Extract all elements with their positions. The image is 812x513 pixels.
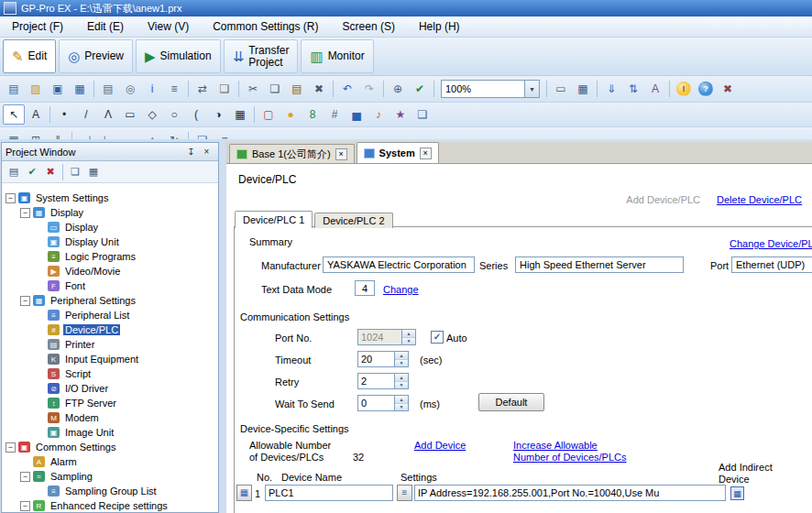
tree-item-logic-programs[interactable]: ≡Logic Programs (2, 249, 218, 264)
tree-item-display[interactable]: ▭Display (2, 220, 218, 235)
transfer-compare-icon[interactable]: ⇅ (622, 79, 644, 99)
collapse-toggle-icon[interactable]: − (20, 208, 30, 218)
device-settings-button[interactable]: ≡ (397, 485, 412, 501)
polyline-tool-icon[interactable]: Λ (97, 104, 119, 125)
circle-tool-icon[interactable]: ○ (163, 104, 185, 125)
save-project-icon[interactable]: ▣ (47, 79, 69, 99)
tab-device-plc-2[interactable]: Device/PLC 2 (314, 213, 392, 228)
new-screen-icon[interactable]: ▤ (3, 79, 25, 99)
retry-field[interactable] (358, 374, 394, 388)
graph-part-icon[interactable]: ▅ (346, 104, 368, 125)
panel-splitter[interactable] (219, 142, 226, 513)
wait-to-send-spinner[interactable]: ▲▼ (394, 396, 408, 410)
document-tab-base-1[interactable]: Base 1(公司简介)× (229, 144, 355, 163)
change-device-plc-link[interactable]: Change Device/PLC (730, 238, 812, 249)
tree-item-peripheral-settings[interactable]: −▦Peripheral Settings (2, 293, 218, 308)
screen-jump-icon[interactable]: ▤ (5, 164, 23, 180)
collapse-toggle-icon[interactable]: − (20, 296, 30, 306)
delete-item-icon[interactable]: ✖ (41, 164, 60, 180)
increase-allowable-link-1[interactable]: Increase Allowable (513, 440, 598, 451)
print-icon[interactable]: ▤ (97, 79, 119, 99)
retry-input[interactable]: ▲▼ (357, 373, 409, 389)
package-icon[interactable]: ❏ (214, 79, 236, 99)
alarm-part-icon[interactable]: ♪ (368, 104, 390, 125)
menu-help[interactable]: Help (H) (407, 17, 472, 36)
spin-down-icon[interactable]: ▼ (395, 360, 408, 367)
grid-icon[interactable]: ▦ (572, 79, 594, 99)
preview-button[interactable]: ◎Preview (59, 39, 133, 73)
add-device-link[interactable]: Add Device (414, 440, 466, 451)
dot-tool-icon[interactable]: • (53, 104, 75, 125)
pie-tool-icon[interactable]: ◑ (207, 104, 229, 125)
duplicate-icon[interactable]: ⊕ (387, 79, 409, 99)
tree-item-alarm[interactable]: AAlarm (2, 454, 218, 469)
tree-item-sampling-group-list[interactable]: ≡Sampling Group List (2, 484, 218, 498)
tree-item-sampling[interactable]: −≈Sampling (2, 469, 218, 484)
spin-down-icon[interactable]: ▼ (395, 404, 408, 411)
wait-to-send-input[interactable]: ▲▼ (357, 395, 409, 411)
document-tab-system[interactable]: System× (357, 142, 439, 163)
save-all-icon[interactable]: ▦ (69, 79, 91, 99)
device-settings-input[interactable] (414, 485, 726, 501)
close-screen-icon[interactable]: ✖ (717, 79, 739, 99)
project-information-icon[interactable]: i (141, 79, 163, 99)
close-tab-icon[interactable]: × (420, 147, 432, 159)
cross-reference-icon[interactable]: ⇄ (192, 79, 214, 99)
package-view-icon[interactable]: ❏ (66, 164, 84, 180)
close-tab-icon[interactable]: × (335, 148, 347, 160)
transfer-send-icon[interactable]: ⇓ (600, 79, 622, 99)
tree-item-ftp-server[interactable]: ↕FTP Server (2, 396, 218, 410)
auto-checkbox[interactable]: ✓ (431, 331, 444, 344)
tree-item-printer[interactable]: ▤Printer (2, 337, 218, 352)
transfer-project-button[interactable]: ⇊Transfer Project (224, 39, 299, 73)
menu-edit[interactable]: Edit (E) (75, 17, 136, 36)
arc-tool-icon[interactable]: ( (185, 104, 207, 125)
tree-item-font[interactable]: FFont (2, 278, 218, 293)
add-indirect-device-button[interactable]: ▦ (730, 486, 744, 500)
polygon-tool-icon[interactable]: ◇ (141, 104, 163, 125)
spin-up-icon[interactable]: ▲ (395, 374, 408, 382)
edit-button[interactable]: ✎Edit (3, 39, 56, 73)
undo-icon[interactable]: ↶ (336, 79, 358, 99)
delete-device-plc-link[interactable]: Delete Device/PLC (717, 194, 802, 205)
screen-view-icon[interactable]: ▦ (84, 164, 103, 180)
error-check-icon[interactable]: ✔ (409, 79, 431, 99)
device-row-button[interactable]: ▦ (236, 485, 252, 501)
keypad-part-icon[interactable]: # (324, 104, 346, 125)
line-tool-icon[interactable]: / (75, 104, 97, 125)
tree-item-system-settings[interactable]: −▣System Settings (2, 191, 218, 205)
simulation-button[interactable]: ▶Simulation (136, 39, 221, 73)
select-tool-icon[interactable]: ↖ (3, 104, 25, 125)
menu-project[interactable]: Project (F) (0, 17, 75, 36)
data-display-part-icon[interactable]: 8 (302, 104, 324, 125)
tree-item-peripheral-list[interactable]: ≡Peripheral List (2, 308, 218, 322)
delete-icon[interactable]: ✖ (308, 79, 330, 99)
change-text-data-mode-link[interactable]: Change (383, 284, 419, 295)
tree-item-video-movie[interactable]: ▶Video/Movie (2, 264, 218, 278)
timeout-field[interactable] (358, 352, 394, 366)
tree-item-modem[interactable]: MModem (2, 410, 218, 425)
fit-screen-icon[interactable]: ▭ (550, 79, 572, 99)
wait-to-send-field[interactable] (358, 396, 394, 410)
increase-allowable-link-2[interactable]: Number of Devices/PLCs (513, 452, 627, 463)
tree-item-device-plc[interactable]: #Device/PLC (2, 322, 218, 337)
monitor-button[interactable]: ▥Monitor (301, 39, 373, 73)
close-panel-icon[interactable]: × (199, 145, 214, 159)
apply-icon[interactable]: ✔ (23, 164, 41, 180)
tree-item-input-equipment[interactable]: KInput Equipment (2, 352, 218, 366)
spin-down-icon[interactable]: ▼ (395, 382, 408, 389)
switch-part-icon[interactable]: ▢ (258, 104, 280, 125)
collapse-toggle-icon[interactable]: − (20, 472, 30, 482)
special-part-icon[interactable]: ★ (390, 104, 411, 125)
menu-screen[interactable]: Screen (S) (331, 17, 407, 36)
collapse-toggle-icon[interactable]: − (20, 501, 30, 511)
collapse-toggle-icon[interactable]: − (5, 442, 16, 453)
tree-item-io-driver[interactable]: ⊘I/O Driver (2, 381, 218, 396)
pin-icon[interactable]: ↧ (183, 145, 199, 159)
tree-item-image-unit[interactable]: ▣Image Unit (2, 425, 218, 440)
tab-device-plc-1[interactable]: Device/PLC 1 (235, 211, 313, 228)
default-button[interactable]: Default (478, 393, 544, 411)
collapse-toggle-icon[interactable]: − (5, 193, 16, 203)
rectangle-tool-icon[interactable]: ▭ (119, 104, 141, 125)
zoom-dropdown-icon[interactable]: ▼ (524, 81, 539, 97)
